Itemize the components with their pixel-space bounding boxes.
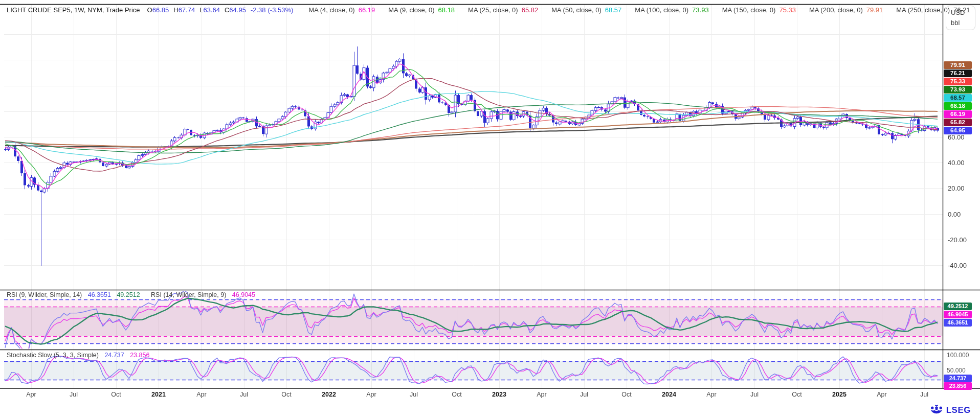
ma-legend-value: 73.93	[692, 6, 709, 14]
price-badge: 65.82	[944, 119, 972, 126]
stoch-scale-label: 50.000	[947, 367, 966, 374]
price-tick-label: -20.00	[948, 236, 967, 244]
ma-legend-entry[interactable]: MA (100, close, 0)73.93	[635, 6, 708, 14]
price-badge: 68.18	[944, 102, 972, 110]
price-badge: 75.33	[944, 78, 972, 85]
x-tick-label: 2023	[492, 391, 506, 398]
x-tick-label: Jul	[70, 391, 78, 398]
chart-legend[interactable]: LIGHT CRUDE SEP5, 1W, NYM, Trade Price O…	[7, 6, 970, 14]
ma-legend-label: MA (250, close, 0)	[896, 6, 950, 14]
ohlc-label-c: C	[225, 6, 229, 14]
x-tick-label: Jul	[410, 391, 418, 398]
x-tick-label: Apr	[366, 391, 376, 398]
x-tick-label: Apr	[26, 391, 36, 398]
ma-legend-label: MA (9, close, 0)	[388, 6, 434, 14]
instrument-title: LIGHT CRUDE SEP5, 1W, NYM, Trade Price	[7, 6, 140, 14]
price-tick-label: 20.00	[948, 184, 965, 192]
ohlc-value-l: 63.64	[203, 6, 220, 14]
ohlc-value-c: 64.95	[229, 6, 246, 14]
x-tick-label: 2022	[322, 391, 336, 398]
price-badge: 64.95	[944, 127, 972, 134]
ohlc-values: O66.85H67.74L63.64C64.95	[147, 6, 251, 14]
rsi9-value: 46.3651	[88, 291, 111, 298]
ma-legend-entry[interactable]: MA (9, close, 0)68.18	[388, 6, 455, 14]
rsi-title-1: RSI (9, Wilder, Simple, 14)	[7, 291, 82, 298]
ma-legend-value: 68.57	[605, 6, 622, 14]
rsi14-value: 46.9045	[232, 291, 255, 298]
price-tick-label: 40.00	[948, 159, 965, 167]
rsi9-avg-value: 49.2512	[117, 291, 140, 298]
price-tick-label: 0.00	[948, 211, 961, 218]
x-tick-label: Jul	[750, 391, 759, 398]
stoch-scale-label: 100.000	[947, 352, 969, 359]
axis-unit-box[interactable]: USD bbl	[946, 6, 975, 30]
net-change: -2.38	[251, 6, 266, 14]
ma-legend-label: MA (25, close, 0)	[468, 6, 518, 14]
x-tick-label: Jul	[580, 391, 588, 398]
x-tick-label: Apr	[706, 391, 716, 398]
x-tick-label: 2021	[151, 391, 166, 398]
ohlc-value-o: 66.85	[152, 6, 169, 14]
x-tick-label: Apr	[877, 391, 886, 398]
ma-legend-label: MA (50, close, 0)	[551, 6, 602, 14]
stoch-badge: 24.737	[944, 375, 972, 382]
rsi-badge: 46.9045	[944, 311, 972, 318]
price-badge: 66.19	[944, 110, 972, 118]
ma-legend-label: MA (100, close, 0)	[635, 6, 688, 14]
ohlc-label-h: H	[173, 6, 178, 14]
ma-legend-entry[interactable]: MA (150, close, 0)75.33	[722, 6, 796, 14]
ma-legend-entry[interactable]: MA (200, close, 0)79.91	[809, 6, 883, 14]
x-tick-label: 2025	[832, 391, 847, 398]
price-badge: 79.91	[944, 61, 972, 69]
stoch-d-value: 23.856	[130, 352, 149, 359]
ma-legend-entry[interactable]: MA (25, close, 0)65.82	[468, 6, 538, 14]
ohlc-value-h: 67.74	[179, 6, 195, 14]
ma-legend: MA (4, close, 0)66.19MA (9, close, 0)68.…	[295, 6, 970, 14]
x-tick-label: Apr	[196, 391, 206, 398]
lseg-logo-text: LSEG	[946, 405, 971, 415]
ma-legend-entry[interactable]: MA (50, close, 0)68.57	[551, 6, 621, 14]
ma-legend-value: 66.19	[359, 6, 375, 14]
price-badge: 73.93	[944, 86, 972, 94]
x-tick-label: Oct	[111, 391, 121, 398]
x-tick-label: Jul	[240, 391, 248, 398]
axis-unit-currency: USD	[951, 8, 975, 18]
rsi-title-2: RSI (14, Wilder, Simple, 9)	[151, 291, 226, 298]
ma-legend-entry[interactable]: MA (4, close, 0)66.19	[308, 6, 375, 14]
price-tick-label: -40.00	[948, 262, 967, 269]
x-tick-label: 2024	[662, 391, 676, 398]
x-tick-label: Oct	[452, 391, 461, 398]
x-tick-label: Jul	[920, 391, 928, 398]
x-tick-label: Apr	[537, 391, 546, 398]
ohlc-label-o: O	[147, 6, 152, 14]
pct-change: (-3.53%)	[268, 6, 294, 14]
lseg-branding: LSEG	[929, 404, 971, 416]
stoch-k-value: 24.737	[104, 352, 124, 359]
ma-legend-label: MA (200, close, 0)	[809, 6, 863, 14]
ma-legend-value: 65.82	[522, 6, 539, 14]
lseg-crest-icon	[929, 404, 944, 416]
ma-legend-value: 75.33	[779, 6, 796, 14]
stoch-title: Stochastic Slow (5, 3, 3, Simple)	[7, 352, 99, 359]
ma-legend-value: 68.18	[438, 6, 455, 14]
price-badge: 76.21	[944, 69, 972, 77]
ma-legend-label: MA (4, close, 0)	[308, 6, 354, 14]
stoch-pane-header[interactable]: Stochastic Slow (5, 3, 3, Simple) 24.737…	[7, 352, 149, 359]
x-tick-label: Oct	[621, 391, 631, 398]
rsi-pane-header[interactable]: RSI (9, Wilder, Simple, 14) 46.3651 49.2…	[7, 291, 255, 298]
rsi-badge: 46.3651	[944, 319, 972, 327]
x-tick-label: Oct	[281, 391, 291, 398]
rsi-badge: 49.2512	[944, 303, 972, 310]
ma-legend-label: MA (150, close, 0)	[722, 6, 776, 14]
stoch-badge: 23.856	[944, 382, 972, 390]
axis-unit-measure: bbl	[951, 18, 975, 28]
ma-legend-value: 79.91	[866, 6, 883, 14]
x-tick-label: Oct	[792, 391, 801, 398]
price-badge: 68.57	[944, 94, 972, 102]
